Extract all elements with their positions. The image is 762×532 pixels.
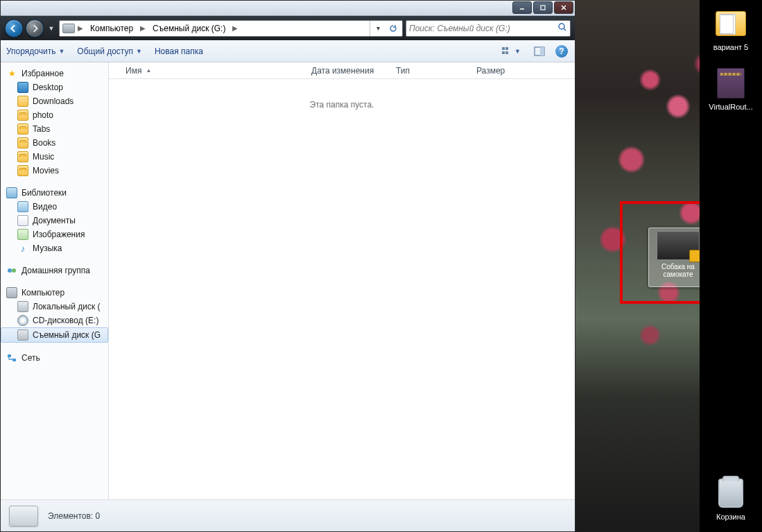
sidebar-item-label: Изображения [33,230,85,239]
column-headers: Имя ▲ Дата изменения Тип Размер [109,62,575,79]
search-icon[interactable] [557,22,567,34]
folder-icon [17,110,28,121]
column-header-size[interactable]: Размер [471,62,540,78]
drive-icon [62,24,75,33]
sidebar-head-network[interactable]: Сеть [1,351,108,365]
video-library-icon [17,201,28,212]
sidebar-item-tabs[interactable]: Tabs [1,122,108,136]
documents-library-icon [17,215,28,226]
sidebar-item-label: CD-дисковод (E:) [33,316,98,325]
svg-rect-8 [502,51,505,54]
sidebar-item-photo[interactable]: photo [1,108,108,122]
sidebar-item-movies[interactable]: Movies [1,164,108,178]
video-thumbnail-icon [657,231,700,260]
sidebar-item-downloads[interactable]: Downloads [1,94,108,108]
sidebar-group-network: Сеть [1,351,108,365]
archive-icon [717,68,745,98]
desktop-icon-rar[interactable]: VirtualRout... [703,67,759,111]
sidebar-head-network-label: Сеть [21,353,40,363]
cd-drive-icon [17,315,28,326]
address-dropdown-button[interactable]: ▾ [370,21,386,36]
toolbar-organize-button[interactable]: Упорядочить ▼ [6,46,64,56]
sidebar-group-homegroup: Домашняя группа [1,264,108,277]
sidebar-head-favorites[interactable]: ★ Избранное [1,67,108,80]
toolbar-new-folder-label: Новая папка [155,46,203,56]
window-close-button[interactable] [554,1,573,14]
downloads-icon [17,96,28,107]
folder-icon [17,123,28,135]
navigation-bar: ▼ ▶ Компьютер ▶ Съемный диск (G:) ▶ ▾ [1,16,575,40]
star-icon: ★ [6,68,17,79]
nav-forward-button[interactable] [26,19,44,37]
dragged-file-label-line2: самокате [664,271,693,278]
breadcrumb-computer[interactable]: Компьютер [86,22,137,35]
desktop-icon-recycle-label: Корзина [716,513,745,521]
svg-point-12 [8,268,12,273]
sidebar-head-libraries[interactable]: Библиотеки [1,186,108,200]
sidebar-head-homegroup[interactable]: Домашняя группа [1,264,108,277]
window-minimize-button[interactable] [512,1,532,14]
command-toolbar: Упорядочить ▼ Общий доступ ▼ Новая папка… [1,40,575,62]
empty-folder-message: Эта папка пуста. [109,79,575,499]
window-titlebar[interactable] [1,1,575,16]
window-maximize-button[interactable] [533,1,553,14]
removable-drive-icon [17,329,28,341]
navigation-sidebar: ★ Избранное Desktop Downloads photo Tabs… [1,62,109,499]
svg-rect-11 [540,47,544,55]
folder-icon [17,151,28,162]
sidebar-item-music-lib[interactable]: ♪Музыка [1,241,108,255]
column-header-type[interactable]: Тип [390,62,471,78]
sidebar-item-cd-drive[interactable]: CD-дисковод (E:) [1,314,108,327]
desktop-icon-recycle-bin[interactable]: Корзина [703,477,759,521]
toolbar-new-folder-button[interactable]: Новая папка [155,46,203,56]
toolbar-organize-label: Упорядочить [6,46,55,56]
sidebar-item-local-disk[interactable]: Локальный диск ( [1,300,108,314]
column-header-size-label: Размер [476,66,505,76]
sidebar-item-books[interactable]: Books [1,136,108,150]
status-item-count: Элементов: 0 [48,511,100,521]
sidebar-group-favorites: ★ Избранное Desktop Downloads photo Tabs… [1,67,108,178]
toolbar-help-button[interactable]: ? [554,44,569,59]
sidebar-item-documents[interactable]: Документы [1,214,108,228]
sidebar-item-music[interactable]: Music [1,150,108,164]
breadcrumb-removable-disk[interactable]: Съемный диск (G:) [148,22,230,35]
sort-ascending-icon: ▲ [146,67,151,74]
sidebar-head-favorites-label: Избранное [21,69,64,78]
sidebar-item-images[interactable]: Изображения [1,228,108,241]
breadcrumb-chevron-icon[interactable]: ▶ [231,24,239,32]
status-bar: Элементов: 0 [1,499,575,531]
computer-icon [6,287,17,298]
search-box[interactable] [406,20,571,37]
recycle-bin-icon [718,479,743,508]
svg-rect-7 [505,47,508,50]
column-header-name[interactable]: Имя ▲ [120,62,306,78]
sidebar-item-label: Музыка [33,243,62,253]
address-refresh-button[interactable] [386,21,401,36]
sidebar-group-computer: Компьютер Локальный диск ( CD-дисковод (… [1,286,108,343]
column-header-date[interactable]: Дата изменения [306,62,390,78]
content-pane: Имя ▲ Дата изменения Тип Размер Эта папк… [109,62,575,499]
network-icon [6,352,17,363]
status-drive-icon [9,506,38,526]
breadcrumb-chevron-icon[interactable]: ▶ [76,24,85,32]
search-input[interactable] [409,24,557,33]
desktop-icon-folder[interactable]: вариант 5 [703,7,759,51]
toolbar-preview-pane-button[interactable] [532,44,547,59]
nav-back-button[interactable] [5,19,23,37]
sidebar-head-libraries-label: Библиотеки [21,188,67,198]
help-icon: ? [555,45,568,58]
address-bar[interactable]: ▶ Компьютер ▶ Съемный диск (G:) ▶ ▾ [59,20,403,37]
dragged-file-label-line1: Собака на [661,263,695,271]
sidebar-item-desktop[interactable]: Desktop [1,80,108,94]
sidebar-item-removable-disk[interactable]: Съемный диск (G [1,327,108,343]
nav-history-dropdown[interactable]: ▼ [46,19,56,37]
sidebar-head-computer-label: Компьютер [21,288,64,298]
chevron-down-icon: ▼ [136,48,142,55]
sidebar-item-video[interactable]: Видео [1,200,108,214]
sidebar-head-computer[interactable]: Компьютер [1,286,108,300]
toolbar-view-options-button[interactable]: ▼ [497,44,525,59]
breadcrumb-chevron-icon[interactable]: ▶ [139,24,147,32]
toolbar-share-button[interactable]: Общий доступ ▼ [77,46,142,56]
column-header-name-label: Имя [125,66,141,76]
sidebar-item-label: photo [33,110,53,120]
